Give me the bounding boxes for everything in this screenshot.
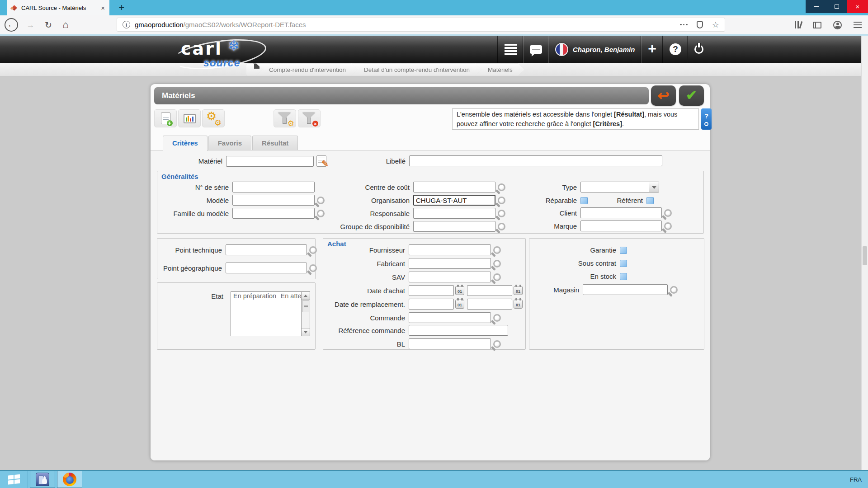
logo-carl-text: carl [181, 39, 222, 59]
url-bar[interactable]: i gmaoproduction /gmaoCS02/works/WORepor… [117, 18, 725, 32]
search-icon[interactable] [670, 286, 678, 294]
field-client: Client [474, 207, 672, 218]
notepad-edit-icon[interactable]: ✎ [316, 155, 326, 167]
user-area[interactable]: Chapron, Benjamin [548, 36, 642, 63]
language-indicator[interactable]: FRA [850, 476, 862, 483]
minimize-button[interactable] [806, 0, 826, 13]
new-tab-button[interactable]: + [114, 0, 129, 15]
etat-listbox[interactable]: En préparation En attente validation Val… [231, 291, 310, 336]
account-icon[interactable] [833, 21, 842, 29]
tab-favoris[interactable]: Favoris [208, 136, 251, 150]
referent-checkbox[interactable] [646, 197, 654, 204]
search-icon[interactable] [493, 246, 501, 254]
help-button[interactable]: ? [663, 36, 688, 63]
url-path: /gmaoCS02/works/WOReport-DET.faces [184, 21, 306, 28]
search-icon[interactable] [309, 246, 317, 254]
chat-bubble-icon [530, 45, 542, 54]
magasin-input[interactable] [583, 284, 668, 295]
logout-button[interactable] [688, 36, 710, 63]
commande-input[interactable] [409, 312, 491, 323]
sav-input[interactable] [409, 272, 491, 282]
calendar-icon[interactable]: 01 [455, 286, 464, 295]
breadcrumb-item[interactable]: Matériels [475, 64, 524, 76]
date-remplacement-debut-input[interactable] [409, 299, 454, 310]
sous-contrat-checkbox[interactable] [620, 260, 627, 267]
browser-navbar: ← → ↻ ⌂ i gmaoproduction /gmaoCS02/works… [0, 15, 868, 34]
validate-button[interactable]: ✔ [679, 85, 704, 106]
new-report-button[interactable]: + [154, 109, 177, 127]
reload-icon[interactable]: ↻ [42, 18, 55, 32]
sidebar-icon[interactable] [813, 22, 821, 28]
statistics-button[interactable] [178, 109, 201, 127]
libelle-input[interactable] [409, 155, 662, 166]
scrollbar-thumb[interactable] [302, 300, 309, 312]
close-window-button[interactable]: × [847, 0, 868, 13]
scrollbar-thumb[interactable] [863, 246, 867, 265]
search-icon[interactable] [493, 273, 501, 281]
point-geographique-input[interactable] [226, 263, 307, 273]
chevron-down-icon[interactable] [649, 182, 659, 192]
calendar-icon[interactable]: 01 [455, 300, 464, 309]
reparable-checkbox[interactable] [580, 197, 588, 204]
screen: CARL Source - Matériels × + × ← → ↻ ⌂ i … [0, 0, 868, 488]
site-info-icon[interactable]: i [123, 21, 130, 28]
close-tab-icon[interactable]: × [100, 4, 106, 12]
filter-clear-button[interactable]: × [298, 109, 321, 127]
client-input[interactable] [580, 207, 662, 218]
pocket-icon[interactable] [697, 21, 703, 28]
bl-input[interactable] [409, 338, 491, 349]
scroll-up-icon[interactable] [302, 292, 310, 300]
breadcrumb-item[interactable]: Détail d'un compte-rendu d'intervention [351, 64, 481, 76]
back-icon[interactable]: ← [5, 18, 18, 32]
search-icon[interactable] [309, 264, 317, 272]
forward-icon[interactable]: → [24, 18, 37, 32]
en-stock-checkbox[interactable] [620, 273, 627, 280]
fabricant-input[interactable] [409, 258, 491, 269]
fournisseur-input[interactable] [409, 244, 491, 255]
app-menu-button[interactable] [498, 36, 523, 63]
breadcrumb-item[interactable]: Compte-rendu d'intervention [256, 64, 358, 76]
materiel-input[interactable] [226, 156, 314, 167]
page-actions-icon[interactable] [680, 24, 688, 26]
tab-resultat[interactable]: Résultat [252, 136, 298, 150]
date-achat-debut-input[interactable] [409, 285, 454, 296]
search-icon[interactable] [664, 222, 672, 230]
browser-scrollbar[interactable] [861, 36, 868, 470]
search-icon[interactable] [664, 209, 672, 217]
search-icon[interactable] [493, 340, 501, 348]
filter-settings-button[interactable]: ⚙ [274, 109, 296, 127]
start-button[interactable] [0, 471, 28, 488]
browser-tab[interactable]: CARL Source - Matériels × [7, 0, 109, 15]
settings-button[interactable]: ⚙ ⚙ [202, 109, 225, 127]
scroll-down-icon[interactable] [302, 328, 310, 336]
search-icon[interactable] [493, 314, 501, 322]
point-technique-input[interactable] [226, 244, 307, 255]
messages-button[interactable] [523, 36, 548, 63]
taskbar-app-firefox[interactable] [57, 471, 82, 488]
search-icon[interactable] [493, 260, 501, 267]
field-materiel: Matériel ✎ [155, 155, 326, 167]
date-remplacement-fin-input[interactable] [467, 299, 512, 310]
add-button[interactable]: + [641, 36, 663, 63]
date-achat-fin-input[interactable] [467, 285, 512, 296]
taskbar-app-remote[interactable] [30, 471, 55, 488]
bookmark-star-icon[interactable]: ☆ [712, 21, 719, 29]
menu-icon[interactable] [854, 22, 862, 28]
calendar-icon[interactable]: 01 [514, 300, 523, 309]
tab-criteres[interactable]: Critères [163, 136, 208, 151]
home-icon[interactable]: ⌂ [59, 18, 72, 32]
garantie-checkbox[interactable] [620, 247, 627, 254]
cancel-return-button[interactable]: ↩ [651, 85, 676, 106]
etat-option[interactable]: En préparation [231, 292, 276, 300]
context-help-button[interactable]: ? [701, 108, 712, 130]
calendar-icon[interactable]: 01 [514, 286, 523, 295]
library-icon[interactable] [795, 21, 802, 28]
reference-commande-input[interactable] [409, 325, 508, 336]
snowflake-icon: ❄ [228, 37, 240, 54]
maximize-button[interactable] [826, 0, 847, 13]
materiel-label: Matériel [155, 157, 222, 165]
listbox-scrollbar[interactable] [301, 292, 310, 336]
type-select[interactable] [580, 182, 659, 192]
marque-input[interactable] [580, 221, 662, 231]
help-question-icon: ? [704, 112, 708, 120]
